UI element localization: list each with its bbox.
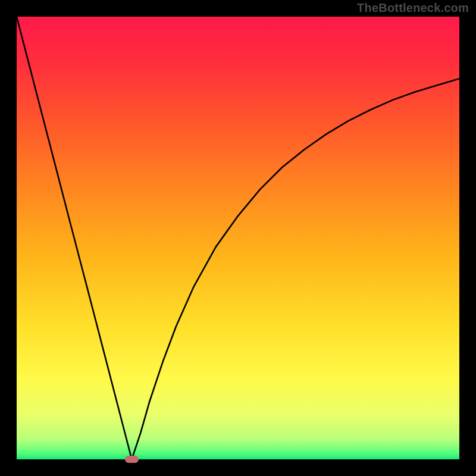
- plot-area: [17, 17, 459, 459]
- chart-frame: TheBottleneck.com: [0, 0, 476, 476]
- svg-rect-0: [17, 17, 459, 459]
- background-gradient: [17, 17, 459, 459]
- bottleneck-marker: [125, 456, 139, 463]
- watermark-text: TheBottleneck.com: [357, 1, 469, 15]
